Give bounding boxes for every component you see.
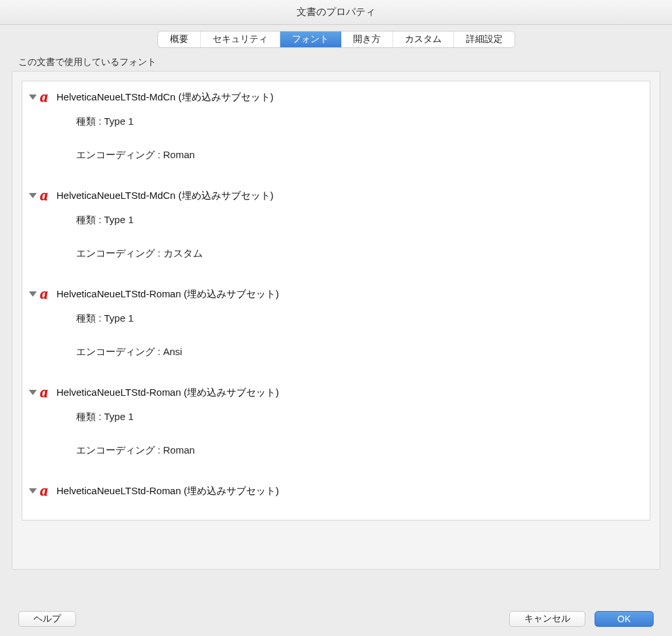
font-header[interactable]: a HelveticaNeueLTStd-MdCn (埋め込みサブセット) [29,88,643,106]
font-encoding-line: エンコーディング : Roman [76,149,643,161]
help-button[interactable]: ヘルプ [18,611,76,627]
tab-custom[interactable]: カスタム [393,32,454,47]
cancel-button[interactable]: キャンセル [509,611,585,627]
disclosure-triangle-icon[interactable] [29,193,37,198]
font-type-line: 種類 : Type 1 [76,116,643,128]
font-name: HelveticaNeueLTStd-MdCn (埋め込みサブセット) [56,91,274,104]
font-header[interactable]: a HelveticaNeueLTStd-MdCn (埋め込みサブセット) [29,186,643,205]
font-type-line: 種類 : Type 1 [76,411,643,423]
disclosure-triangle-icon[interactable] [29,488,37,494]
font-name: HelveticaNeueLTStd-Roman (埋め込みサブセット) [56,485,279,498]
tab-advanced[interactable]: 詳細設定 [454,32,514,47]
font-entry[interactable]: a HelveticaNeueLTStd-Roman (埋め込みサブセット) 種… [24,382,648,480]
tab-security[interactable]: セキュリティ [201,32,280,47]
svg-text:a: a [40,286,48,302]
dialog-content: 概要 セキュリティ フォント 開き方 カスタム 詳細設定 この文書で使用している… [0,25,672,603]
font-entry[interactable]: a HelveticaNeueLTStd-Roman (埋め込みサブセット) [24,480,648,503]
font-entry[interactable]: a HelveticaNeueLTStd-Roman (埋め込みサブセット) 種… [24,284,648,382]
font-glyph-icon: a [39,186,55,205]
font-type-line: 種類 : Type 1 [76,214,643,226]
font-glyph-icon: a [39,88,55,106]
font-encoding-line: エンコーディング : Ansi [76,346,643,358]
font-header[interactable]: a HelveticaNeueLTStd-Roman (埋め込みサブセット) [29,285,643,303]
font-details: 種類 : Type 1 エンコーディング : Roman [29,106,643,161]
font-header[interactable]: a HelveticaNeueLTStd-Roman (埋め込みサブセット) [29,383,643,402]
fonts-list[interactable]: a HelveticaNeueLTStd-MdCn (埋め込みサブセット) 種類… [22,81,650,520]
font-glyph-icon: a [39,285,55,303]
fonts-panel: a HelveticaNeueLTStd-MdCn (埋め込みサブセット) 種類… [12,71,660,570]
font-name: HelveticaNeueLTStd-Roman (埋め込みサブセット) [56,387,279,399]
font-encoding-line: エンコーディング : カスタム [76,247,643,260]
font-details: 種類 : Type 1 エンコーディング : カスタム [29,205,643,260]
font-glyph-icon: a [39,383,55,402]
font-header[interactable]: a HelveticaNeueLTStd-Roman (埋め込みサブセット) [29,482,643,500]
tab-segmented-control: 概要 セキュリティ フォント 開き方 カスタム 詳細設定 [158,32,514,47]
section-label: この文書で使用しているフォント [12,56,660,68]
svg-text:a: a [40,89,48,105]
tab-initial-view[interactable]: 開き方 [341,32,393,47]
ok-button[interactable]: OK [595,611,654,627]
svg-text:a: a [40,482,48,499]
font-details: 種類 : Type 1 エンコーディング : Ansi [29,303,643,358]
disclosure-triangle-icon[interactable] [29,390,37,395]
dialog-footer: ヘルプ キャンセル OK [0,611,672,627]
svg-text:a: a [40,384,48,400]
font-type-line: 種類 : Type 1 [76,312,643,325]
font-glyph-icon: a [39,482,55,500]
window-title: 文書のプロパティ [297,6,375,18]
window-titlebar: 文書のプロパティ [0,0,672,25]
font-name: HelveticaNeueLTStd-Roman (埋め込みサブセット) [56,288,279,301]
svg-text:a: a [40,187,48,203]
tab-summary[interactable]: 概要 [158,32,201,47]
font-name: HelveticaNeueLTStd-MdCn (埋め込みサブセット) [56,190,274,202]
tab-bar: 概要 セキュリティ フォント 開き方 カスタム 詳細設定 [12,32,660,47]
disclosure-triangle-icon[interactable] [29,95,37,100]
disclosure-triangle-icon[interactable] [29,291,37,297]
tab-fonts[interactable]: フォント [280,32,341,47]
font-entry[interactable]: a HelveticaNeueLTStd-MdCn (埋め込みサブセット) 種類… [24,87,648,185]
font-encoding-line: エンコーディング : Roman [76,444,643,457]
font-entry[interactable]: a HelveticaNeueLTStd-MdCn (埋め込みサブセット) 種類… [24,185,648,284]
font-details: 種類 : Type 1 エンコーディング : Roman [29,402,643,457]
